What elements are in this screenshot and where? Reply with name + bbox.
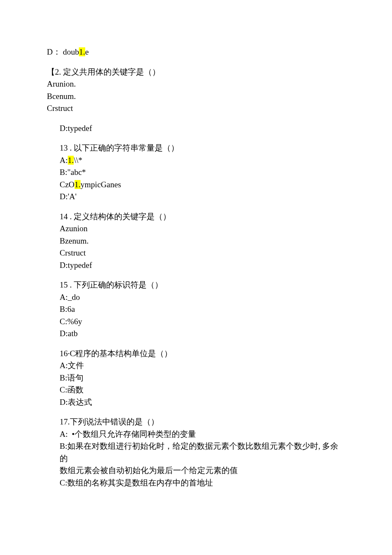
text-line: B:6a [60, 303, 345, 316]
text-run: C:数组的名称其实是数组在内存中的首地址 [60, 478, 213, 487]
text-line: C:数组的名称其实是数组在内存中的首地址 [60, 477, 345, 489]
text-run: A: [60, 156, 68, 165]
text-line: D： doub1.e [47, 46, 345, 58]
text-line: 【2. 定义共用体的关键字是（） [47, 66, 345, 78]
text-run: Bzenum. [60, 236, 89, 245]
text-run: C:函数 [60, 385, 84, 394]
text-line: A:文件 [60, 360, 345, 372]
text-line: B:如果在对数组进行初始化时，给定的数据元素个数比数组元素个数少时, 多余的 [60, 440, 345, 465]
text-line: D:atb [60, 328, 345, 340]
text-run: D:atb [60, 329, 78, 338]
text-run: B:6a [60, 305, 75, 314]
text-run: e [85, 47, 89, 56]
text-run: 15 . 下列正确的标识符是（） [60, 280, 163, 289]
text-run: 17.下列说法中错误的是（） [60, 417, 159, 426]
text-line: A:_do [60, 291, 345, 304]
text-run: CzO [60, 180, 75, 189]
highlighted-text: 1. [68, 156, 74, 165]
highlighted-text: 1. [79, 47, 85, 56]
text-line: A: •个数组只允许存储同种类型的变量 [60, 428, 345, 441]
text-line: 16·C程序的基本结构单位是（） [60, 348, 345, 360]
text-line: Arunion. [47, 78, 345, 90]
text-line: 15 . 下列正确的标识符是（） [60, 279, 345, 291]
text-run: 13 . 以下正确的字符串常量是（） [60, 143, 179, 152]
text-run: D:typedef [60, 124, 92, 133]
text-run: Crstruct [47, 104, 73, 113]
text-line: 数组元素会被自动初始化为最后一个给定元素的值 [60, 465, 345, 477]
text-line: D:typedef [60, 122, 345, 135]
text-run: 16·C程序的基本结构单位是（） [60, 349, 172, 358]
text-run: \\* [74, 156, 82, 165]
text-line: 13 . 以下正确的字符串常量是（） [60, 142, 345, 154]
text-run: 数组元素会被自动初始化为最后一个给定元素的值 [60, 466, 238, 475]
text-line: 17.下列说法中错误的是（） [60, 416, 345, 428]
highlighted-text: 1. [75, 180, 81, 189]
text-line: Azunion [60, 223, 345, 235]
text-line: D:表达式 [60, 396, 345, 409]
text-run: Bcenum. [47, 92, 76, 101]
text-run: Arunion. [47, 79, 76, 88]
text-run: Crstruct [60, 248, 86, 257]
text-line: Crstruct [47, 102, 345, 115]
text-line: B:语句 [60, 372, 345, 384]
text-run: ympicGanes [81, 180, 121, 189]
text-line: D:typedef [60, 259, 345, 272]
text-run: Azunion [60, 224, 87, 233]
text-line: A:1.\\* [60, 154, 345, 167]
text-run: A: •个数组只允许存储同种类型的变量 [60, 430, 196, 439]
text-line: Bcenum. [47, 90, 345, 103]
text-run: D： doub [47, 47, 79, 56]
document-page: D： doub1.e【2. 定义共用体的关键字是（）Arunion.Bcenum… [0, 0, 392, 555]
text-run: D:'A' [60, 192, 77, 201]
text-run: A:_do [60, 293, 80, 302]
text-line: B:"abc* [60, 166, 345, 179]
text-run: B:语句 [60, 373, 84, 382]
text-run: 14 . 定义结构体的关键字是（） [60, 212, 171, 221]
text-run: B:"abc* [60, 168, 86, 177]
text-line: D:'A' [60, 191, 345, 203]
text-line: Crstruct [60, 247, 345, 259]
text-run: C:%6y [60, 317, 82, 326]
text-line: C:函数 [60, 384, 345, 396]
text-run: B:如果在对数组进行初始化时，给定的数据元素个数比数组元素个数少时, 多余的 [60, 442, 338, 463]
text-run: D:表达式 [60, 398, 92, 407]
text-line: Bzenum. [60, 235, 345, 247]
text-run: 【2. 定义共用体的关键字是（） [47, 67, 160, 76]
text-line: CzO1.ympicGanes [60, 179, 345, 191]
text-run: A:文件 [60, 361, 84, 370]
text-line: C:%6y [60, 316, 345, 328]
text-run: D:typedef [60, 261, 92, 270]
text-line: 14 . 定义结构体的关键字是（） [60, 211, 345, 223]
